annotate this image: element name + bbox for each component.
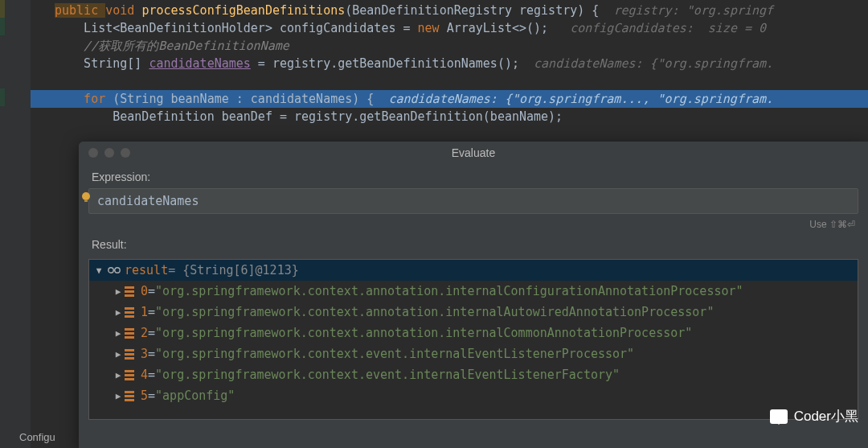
editor-gutter <box>0 0 31 448</box>
expression-label: Expression: <box>79 164 868 188</box>
chevron-right-icon[interactable] <box>113 286 123 297</box>
code-line: String[] candidateNames = registry.getBe… <box>31 55 868 72</box>
item-index: 4 <box>141 368 148 382</box>
result-item-row[interactable]: 0 = "org.springframework.context.annotat… <box>89 281 858 302</box>
array-element-icon <box>125 390 136 401</box>
array-element-icon <box>125 306 136 318</box>
dialog-titlebar[interactable]: Evaluate <box>79 142 868 164</box>
result-item-row[interactable]: 3 = "org.springframework.context.event.i… <box>89 343 858 364</box>
expression-input[interactable] <box>88 188 858 214</box>
item-value: "appConfig" <box>155 388 235 403</box>
dialog-title: Evaluate <box>79 146 868 159</box>
code-line: BeanDefinition beanDef = registry.getBea… <box>31 108 868 125</box>
code-line-comment: //获取所有的BeanDefinitionName <box>31 37 868 55</box>
result-root-row[interactable]: result = {String[6]@1213} <box>89 260 858 281</box>
chevron-down-icon[interactable] <box>94 265 104 276</box>
result-item-row[interactable]: 2 = "org.springframework.context.annotat… <box>89 323 858 343</box>
variable-candidateNames[interactable]: candidateNames <box>149 56 250 71</box>
result-label: Result: <box>79 232 868 256</box>
svg-point-3 <box>115 268 120 273</box>
item-index: 5 <box>141 388 148 403</box>
bottom-tab[interactable]: Configu <box>11 426 63 448</box>
inline-hint: registry: "org.springf <box>599 3 773 18</box>
method-name: processConfigBeanDefinitions <box>141 3 345 18</box>
svg-rect-1 <box>84 199 88 202</box>
result-type: = {String[6]@1213} <box>168 263 299 277</box>
bulb-icon[interactable] <box>80 191 92 203</box>
watermark: Coder小黑 <box>770 407 858 425</box>
item-index: 0 <box>141 284 148 298</box>
item-index: 2 <box>141 326 148 340</box>
shortcut-hint: Use ⇧⌘⏎ <box>79 214 868 232</box>
chevron-right-icon[interactable] <box>113 307 123 318</box>
result-item-row[interactable]: 4 = "org.springframework.context.event.i… <box>89 364 858 385</box>
keyword-public: public <box>55 3 105 18</box>
chevron-right-icon[interactable] <box>113 349 123 360</box>
code-line: public void processConfigBeanDefinitions… <box>31 2 868 19</box>
array-element-icon <box>125 286 136 297</box>
result-item-row[interactable]: 5 = "appConfig" <box>89 385 858 406</box>
array-element-icon <box>125 348 136 360</box>
result-item-row[interactable]: 1 = "org.springframework.context.annotat… <box>89 302 858 323</box>
code-editor[interactable]: public void processConfigBeanDefinitions… <box>31 2 868 125</box>
result-tree[interactable]: result = {String[6]@1213} 0 = "org.sprin… <box>88 259 858 420</box>
item-value: "org.springframework.context.event.inter… <box>155 368 620 382</box>
array-element-icon <box>125 327 136 339</box>
chevron-right-icon[interactable] <box>113 370 123 380</box>
evaluate-dialog: Evaluate Expression: Use ⇧⌘⏎ Result: res… <box>79 142 868 448</box>
svg-point-2 <box>108 268 113 273</box>
code-line: List<BeanDefinitionHolder> configCandida… <box>31 19 868 37</box>
array-element-icon <box>125 369 136 380</box>
item-value: "org.springframework.context.annotation.… <box>155 326 692 340</box>
wechat-icon <box>770 409 788 424</box>
glasses-icon <box>107 266 121 274</box>
chevron-right-icon[interactable] <box>113 328 123 339</box>
chevron-right-icon[interactable] <box>113 391 123 401</box>
item-value: "org.springframework.context.annotation.… <box>155 305 714 319</box>
svg-point-0 <box>82 192 90 200</box>
result-var-name: result <box>125 263 168 277</box>
item-value: "org.springframework.context.event.inter… <box>155 347 634 361</box>
item-value: "org.springframework.context.annotation.… <box>155 284 743 298</box>
item-index: 1 <box>141 305 148 319</box>
execution-line: for (String beanName : candidateNames) {… <box>31 90 868 108</box>
item-index: 3 <box>141 347 148 361</box>
